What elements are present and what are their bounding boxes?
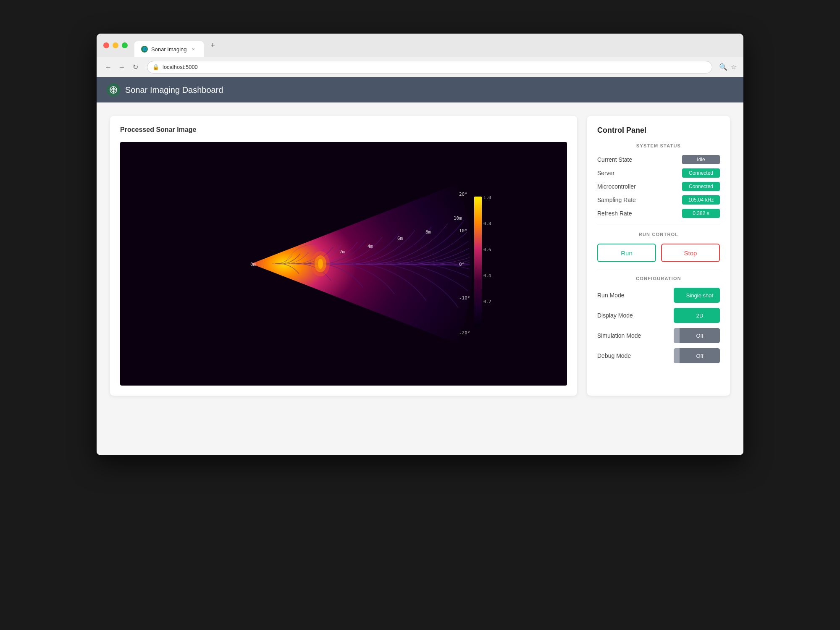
svg-text:10m: 10m — [454, 215, 462, 221]
svg-text:0°: 0° — [459, 262, 465, 267]
config-debug-mode: Debug Mode Off — [597, 348, 720, 363]
run-button[interactable]: Run — [597, 244, 656, 262]
active-tab[interactable]: 🌐 Sonar Imaging × — [134, 41, 204, 57]
nav-buttons: ← → ↻ — [103, 62, 140, 72]
status-sampling-rate: Sampling Rate 105.04 kHz — [597, 195, 720, 205]
divider-2 — [597, 269, 720, 269]
app-header: Sonar Imaging Dashboard — [97, 77, 743, 102]
sonar-display: 10m 8m 6m 4m 2m 0m 20° 10° 0° -10° -20° — [120, 142, 567, 386]
app-logo — [107, 83, 120, 97]
forward-button[interactable]: → — [117, 62, 127, 72]
run-mode-toggle[interactable]: Single shot — [674, 288, 720, 303]
svg-rect-19 — [474, 197, 482, 327]
bookmark-icon[interactable]: ☆ — [731, 63, 737, 71]
browser-toolbar-icons: 🔍 ☆ — [719, 63, 737, 71]
status-current-state: Current State Idle — [597, 155, 720, 164]
app-main: Processed Sonar Image — [97, 102, 743, 409]
svg-text:4m: 4m — [368, 244, 373, 249]
tab-favicon: 🌐 — [141, 46, 148, 52]
browser-window: 🌐 Sonar Imaging × + ← → ↻ 🔒 localhost:50… — [97, 34, 743, 455]
stop-button[interactable]: Stop — [661, 244, 720, 262]
status-current-state-label: Current State — [597, 156, 632, 163]
status-refresh-rate: Refresh Rate 0.382 s — [597, 209, 720, 218]
page-title: Sonar Imaging Dashboard — [125, 85, 223, 95]
svg-text:0.2: 0.2 — [483, 299, 491, 304]
svg-text:0m: 0m — [250, 262, 256, 267]
simulation-mode-toggle[interactable]: Off — [674, 328, 720, 343]
config-display-mode: Display Mode 2D — [597, 308, 720, 323]
svg-text:6m: 6m — [397, 236, 403, 241]
config-run-mode-label: Run Mode — [597, 292, 625, 299]
run-control-header: RUN CONTROL — [597, 232, 720, 237]
status-microcontroller-value: Connected — [682, 182, 720, 191]
svg-text:1.0: 1.0 — [483, 195, 491, 200]
maximize-button[interactable] — [122, 42, 128, 48]
status-microcontroller-label: Microcontroller — [597, 183, 636, 190]
display-mode-toggle[interactable]: 2D — [674, 308, 720, 323]
sonar-panel: Processed Sonar Image — [110, 116, 577, 396]
new-tab-button[interactable]: + — [207, 39, 219, 51]
svg-text:10°: 10° — [459, 228, 467, 234]
configuration-header: CONFIGURATION — [597, 276, 720, 281]
tab-title: Sonar Imaging — [151, 46, 187, 52]
status-current-state-value: Idle — [682, 155, 720, 164]
svg-point-7 — [311, 251, 330, 276]
app-content: Sonar Imaging Dashboard Processed Sonar … — [97, 77, 743, 455]
simulation-mode-indicator — [674, 328, 680, 343]
run-mode-indicator — [674, 288, 680, 303]
svg-text:-10°: -10° — [459, 295, 470, 301]
tab-bar: 🌐 Sonar Imaging × + — [134, 34, 737, 57]
status-server-value: Connected — [682, 168, 720, 178]
config-debug-mode-label: Debug Mode — [597, 352, 631, 359]
simulation-mode-value: Off — [680, 328, 720, 343]
minimize-button[interactable] — [113, 42, 118, 48]
close-button[interactable] — [103, 42, 109, 48]
svg-text:-20°: -20° — [459, 330, 470, 336]
run-control-buttons: Run Stop — [597, 244, 720, 262]
svg-text:0.6: 0.6 — [483, 247, 491, 252]
debug-mode-value: Off — [680, 348, 720, 363]
traffic-lights — [103, 42, 128, 48]
system-status-header: SYSTEM STATUS — [597, 143, 720, 148]
svg-text:0.8: 0.8 — [483, 221, 491, 226]
display-mode-indicator — [674, 308, 680, 323]
status-server-label: Server — [597, 170, 614, 176]
svg-text:8m: 8m — [425, 229, 431, 235]
status-refresh-rate-label: Refresh Rate — [597, 210, 632, 217]
svg-text:0.4: 0.4 — [483, 273, 491, 278]
status-refresh-rate-value: 0.382 s — [682, 209, 720, 218]
debug-mode-toggle[interactable]: Off — [674, 348, 720, 363]
config-display-mode-label: Display Mode — [597, 312, 633, 319]
config-run-mode: Run Mode Single shot — [597, 288, 720, 303]
run-mode-value: Single shot — [680, 288, 720, 303]
zoom-icon[interactable]: 🔍 — [719, 63, 727, 71]
tab-close-button[interactable]: × — [190, 46, 197, 52]
svg-text:20°: 20° — [459, 192, 467, 197]
sonar-panel-title: Processed Sonar Image — [120, 126, 567, 134]
status-server: Server Connected — [597, 168, 720, 178]
display-mode-value: 2D — [680, 308, 720, 323]
divider-1 — [597, 225, 720, 225]
debug-mode-indicator — [674, 348, 680, 363]
status-microcontroller: Microcontroller Connected — [597, 182, 720, 191]
control-panel-title: Control Panel — [597, 126, 720, 135]
svg-text:2m: 2m — [339, 249, 345, 255]
back-button[interactable]: ← — [103, 62, 113, 72]
refresh-button[interactable]: ↻ — [130, 62, 140, 72]
address-bar[interactable]: 🔒 localhost:5000 — [147, 61, 712, 74]
status-sampling-rate-label: Sampling Rate — [597, 197, 636, 203]
status-sampling-rate-value: 105.04 kHz — [682, 195, 720, 205]
control-panel: Control Panel SYSTEM STATUS Current Stat… — [587, 116, 730, 396]
browser-titlebar: 🌐 Sonar Imaging × + — [97, 34, 743, 57]
config-simulation-mode: Simulation Mode Off — [597, 328, 720, 343]
browser-addressbar: ← → ↻ 🔒 localhost:5000 🔍 ☆ — [97, 57, 743, 77]
config-simulation-mode-label: Simulation Mode — [597, 332, 641, 339]
url-display: localhost:5000 — [163, 64, 198, 70]
